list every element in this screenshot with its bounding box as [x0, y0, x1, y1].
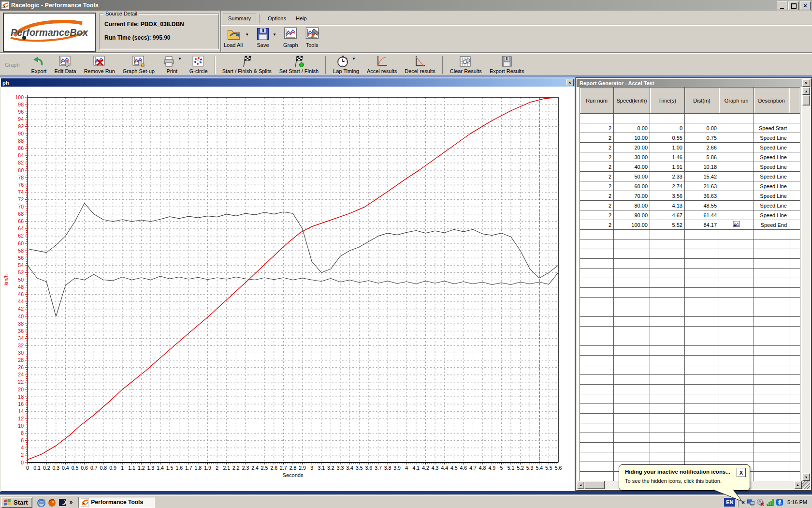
minimize-button[interactable]	[777, 1, 787, 10]
close-button[interactable]: ×	[800, 1, 811, 10]
column-header-dist-m-[interactable]: Dist(m)	[685, 88, 719, 114]
table-row-empty[interactable]	[580, 298, 800, 307]
table-row-empty[interactable]	[580, 394, 800, 404]
toolbar-button-export-results[interactable]: Export Results	[486, 55, 528, 75]
toolbar-button-remove-run[interactable]: Remove Run	[80, 55, 119, 75]
table-row-empty[interactable]	[580, 269, 800, 278]
balloon-close-button[interactable]: X	[737, 468, 746, 477]
report-table[interactable]: Run numSpeed(km/h)Time(s)Dist(m)Graph ru…	[580, 87, 800, 481]
dropdown-arrow-icon[interactable]: ▼	[178, 57, 182, 61]
table-row-empty[interactable]	[580, 423, 800, 433]
table-row-empty[interactable]	[580, 249, 800, 259]
source-detail-label: Source Detail	[103, 11, 139, 16]
main-title-bar[interactable]: Racelogic - Performance Tools ×	[0, 0, 812, 11]
column-header-time-s-[interactable]: Time(s)	[650, 88, 685, 114]
table-row-empty[interactable]	[580, 356, 800, 365]
toolbar-label: Start / Finish & Splits	[222, 68, 272, 74]
scroll-thumb[interactable]	[584, 481, 605, 489]
table-row[interactable]: 260.002.7421.63 Speed Line	[580, 181, 800, 191]
table-row-empty[interactable]	[580, 288, 800, 298]
quick-launch-app-dark-icon[interactable]	[58, 498, 67, 507]
table-row[interactable]: 290.004.6761.44 Speed Line	[580, 210, 800, 220]
table-row-empty[interactable]	[580, 239, 800, 249]
column-header-description[interactable]: Description	[754, 88, 789, 114]
table-row[interactable]: 240.001.9110.18 Speed Line	[580, 162, 800, 172]
resize-grip[interactable]	[802, 481, 810, 489]
toolbar-button-edit-data[interactable]: Edit Data	[50, 55, 80, 75]
table-row[interactable]: 250.002.3315.42 Speed Line	[580, 172, 800, 181]
tray-bluetooth-icon[interactable]	[776, 498, 783, 506]
toolbar-button-print[interactable]: ▼Print	[159, 55, 186, 75]
quick-launch-overflow-chevron[interactable]: »	[70, 499, 73, 506]
scroll-thumb[interactable]	[802, 95, 810, 105]
tray-meter-icon[interactable]	[766, 498, 774, 506]
table-row-empty[interactable]	[580, 404, 800, 414]
table-row-empty[interactable]	[580, 452, 800, 462]
y-tick-label: 90	[18, 131, 24, 136]
table-row[interactable]: 210.000.550.75 Speed Line	[580, 133, 800, 143]
table-row-empty[interactable]	[580, 433, 800, 443]
dropdown-arrow-icon[interactable]: ▼	[273, 32, 276, 37]
table-row-empty[interactable]	[580, 259, 800, 269]
table-row-empty[interactable]	[580, 443, 800, 452]
toolbar-button-clear-results[interactable]: Clear Results	[446, 55, 486, 75]
y-tick-label: 10	[18, 423, 24, 429]
column-header-graph-run[interactable]: Graph run	[719, 88, 754, 114]
table-row[interactable]: 230.001.465.86 Speed Line	[580, 152, 800, 162]
x-tick-label: 4	[405, 465, 408, 471]
scroll-down-button[interactable]: ▼	[802, 473, 810, 481]
table-row[interactable]: 2100.005.5284.17Speed End	[580, 220, 800, 230]
table-row[interactable]: 220.001.002.66 Speed Line	[580, 143, 800, 152]
menu-item-summary[interactable]: Summary	[223, 14, 256, 23]
toolbar-button-decel-results[interactable]: Decel results	[401, 55, 439, 75]
table-row-empty[interactable]	[580, 114, 800, 123]
table-row-empty[interactable]	[580, 336, 800, 346]
graph-window-title-bar[interactable]: ph ×	[1, 78, 575, 87]
tray-offline-icon[interactable]	[756, 498, 764, 506]
dropdown-arrow-icon[interactable]: ▼	[245, 32, 249, 37]
scroll-right-button[interactable]: ►	[794, 481, 802, 489]
toolbar-button-start-finish-splits[interactable]: Start / Finish & Splits	[218, 55, 276, 75]
toolbar-button-accel-results[interactable]: Accel results	[363, 55, 401, 75]
table-row-empty[interactable]	[580, 230, 800, 239]
menu-item-help[interactable]: Help	[291, 14, 312, 23]
toolbar-button-lap-timing[interactable]: ▼Lap Timing	[329, 55, 363, 75]
table-row-empty[interactable]	[580, 414, 800, 423]
toolbar-button-load-all[interactable]: Load All▼	[224, 27, 249, 48]
taskbar-button-performance-tools[interactable]: Performance Tools	[78, 497, 155, 508]
table-row-empty[interactable]	[580, 346, 800, 356]
dropdown-arrow-icon[interactable]: ▼	[352, 57, 356, 61]
toolbar-button-export[interactable]: Export	[28, 55, 51, 75]
graph-window-close-button[interactable]: ×	[566, 79, 574, 86]
toolbar-button-graph[interactable]: Graph	[283, 27, 298, 48]
toolbar-button-tools[interactable]: Tools	[305, 27, 319, 48]
table-row[interactable]: 20.0000.00 Speed Start	[580, 123, 800, 133]
toolbar-button-set-start-finish[interactable]: Set Start / Finish	[276, 55, 322, 75]
table-row-empty[interactable]	[580, 327, 800, 336]
report-title-bar[interactable]: Report Generator - Accel Test ×	[577, 79, 811, 87]
toolbar-button-graph-set-up[interactable]: Graph Set-up	[119, 55, 159, 75]
table-row[interactable]: 280.004.1348.55 Speed Line	[580, 201, 800, 210]
table-row-empty[interactable]	[580, 365, 800, 375]
quick-launch-firefox-icon[interactable]	[48, 498, 56, 507]
report-close-button[interactable]: ×	[802, 79, 810, 87]
x-tick-label: 0.9	[109, 465, 116, 471]
quick-launch-ie-icon[interactable]	[37, 498, 45, 507]
toolbar-button-g-circle[interactable]: G-circle	[186, 55, 212, 75]
scroll-up-button[interactable]: ▲	[802, 87, 810, 95]
start-button[interactable]: Start	[1, 497, 32, 508]
table-row-empty[interactable]	[580, 317, 800, 327]
maximize-button[interactable]	[788, 1, 799, 10]
toolbar-button-save[interactable]: Save▼	[256, 27, 276, 48]
menu-item-options[interactable]: Options	[263, 14, 291, 23]
column-header-speed-km-h-[interactable]: Speed(km/h)	[614, 88, 650, 114]
table-row-empty[interactable]	[580, 385, 800, 394]
column-header-run-num[interactable]: Run num	[580, 88, 614, 114]
table-row-empty[interactable]	[580, 307, 800, 317]
scroll-left-button[interactable]: ◄	[577, 481, 584, 489]
report-vertical-scrollbar[interactable]: ▲▼	[802, 87, 810, 481]
column-header-blank[interactable]	[789, 88, 800, 114]
table-row-empty[interactable]	[580, 375, 800, 385]
table-row[interactable]: 270.003.5636.63 Speed Line	[580, 191, 800, 201]
table-row-empty[interactable]	[580, 278, 800, 288]
